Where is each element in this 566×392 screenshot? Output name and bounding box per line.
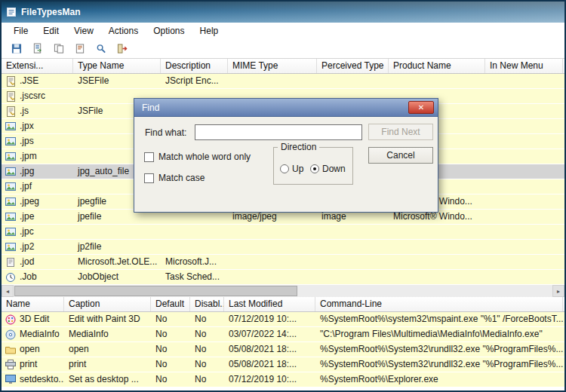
find-button[interactable] — [94, 41, 109, 57]
menu-view[interactable]: View — [66, 23, 101, 38]
disabled-cell: No — [190, 372, 224, 387]
menu-file[interactable]: File — [6, 23, 35, 38]
column-header-caption[interactable]: Caption — [64, 297, 151, 311]
extension-label: .jpx — [20, 119, 34, 133]
match-case-label: Match case — [158, 173, 205, 183]
file-type-row[interactable]: .JSEJSEFileJScript Enc... — [2, 74, 564, 89]
exit-button[interactable] — [115, 41, 130, 57]
action-row[interactable]: printprintNoNo05/08/2021 18:...%SystemRo… — [2, 357, 564, 372]
column-header-disabl[interactable]: Disabl... — [190, 297, 224, 311]
find-what-label: Find what: — [145, 127, 186, 138]
extension-label: .Job — [20, 270, 37, 284]
file-type-row[interactable]: .JobJobObjectTask Sched... — [2, 270, 564, 285]
action-row[interactable]: 3D EditEdit with Paint 3DNoNo07/12/2019 … — [2, 312, 564, 327]
caption-cell: print — [64, 357, 151, 372]
cancel-button[interactable]: Cancel — [368, 147, 433, 164]
image-icon — [5, 212, 16, 222]
column-header-command-line[interactable]: Command-Line — [315, 297, 563, 311]
window-title: FileTypesMan — [21, 7, 80, 17]
top-list-header: Extensi...Type NameDescriptionMIME TypeP… — [2, 59, 564, 74]
action-row[interactable]: setdeskto...Set as desktop ...NoNo07/12/… — [2, 372, 564, 387]
in-new-menu-cell — [485, 74, 563, 88]
caption-cell: open — [64, 342, 151, 357]
checkbox-icon — [144, 173, 154, 183]
save-icon — [11, 44, 22, 54]
column-header-mime-type[interactable]: MIME Type — [228, 59, 317, 73]
checkbox-icon — [144, 152, 154, 162]
action-row[interactable]: openopenNoNo05/08/2021 18:...%SystemRoot… — [2, 342, 564, 357]
column-header-name[interactable]: Name — [2, 297, 64, 311]
close-button[interactable]: ✕ — [408, 101, 434, 114]
find-dialog-title: Find — [142, 103, 159, 113]
scroll-right-icon: ▸ — [557, 288, 560, 295]
perceived-type-cell — [317, 255, 389, 269]
caption-cell: Edit with Paint 3D — [64, 312, 151, 326]
match-whole-word-checkbox[interactable]: Match whole word only — [144, 152, 251, 162]
radio-icon — [310, 164, 319, 173]
export-button[interactable] — [30, 41, 45, 57]
scroll-right-button[interactable]: ▸ — [552, 285, 564, 297]
type-name-cell: Microsoft.Jet.OLE... — [73, 255, 161, 269]
find-next-button[interactable]: Find Next — [368, 124, 433, 140]
monitor-icon — [5, 375, 16, 385]
column-header-product-name[interactable]: Product Name — [389, 59, 485, 73]
extension-cell: .jpf — [2, 179, 73, 194]
find-dialog-titlebar[interactable]: Find ✕ — [134, 99, 438, 117]
find-what-input[interactable] — [195, 124, 362, 140]
down-label: Down — [322, 164, 346, 174]
match-case-checkbox[interactable]: Match case — [144, 173, 205, 183]
save-button[interactable] — [9, 41, 24, 57]
mediainfo-icon — [5, 329, 16, 340]
menu-edit[interactable]: Edit — [35, 23, 66, 38]
command-line-cell: %SystemRoot%\System32\rundll32.exe "%Pro… — [315, 342, 563, 357]
column-header-in-new-menu[interactable]: In New Menu — [485, 59, 563, 73]
image-icon — [5, 152, 16, 162]
scroll-left-button[interactable]: ◂ — [2, 285, 14, 297]
column-header-type-name[interactable]: Type Name — [73, 59, 161, 73]
description-cell: Task Sched... — [161, 270, 228, 284]
mime-type-cell — [228, 225, 317, 239]
find-dialog-body: Find what: Find Next Cancel Match whole … — [134, 117, 438, 213]
menu-help[interactable]: Help — [192, 23, 226, 38]
copy-button[interactable] — [51, 41, 66, 57]
match-whole-word-label: Match whole word only — [158, 152, 251, 162]
file-type-row[interactable]: .jpc — [2, 225, 564, 240]
in-new-menu-cell — [485, 194, 563, 209]
menu-options[interactable]: Options — [146, 23, 192, 38]
extension-label: .jps — [20, 134, 34, 149]
direction-up-radio[interactable]: Up — [280, 164, 303, 174]
in-new-menu-cell — [485, 255, 563, 269]
scrollbar-thumb[interactable] — [14, 286, 297, 296]
action-name-label: print — [20, 357, 37, 372]
mime-type-cell — [228, 270, 317, 284]
column-header-default[interactable]: Default — [151, 297, 190, 311]
properties-button[interactable] — [72, 41, 88, 57]
app-window: FileTypesMan FileEditViewActionsOptionsH… — [0, 0, 566, 392]
direction-group-label: Direction — [278, 142, 319, 152]
action-row[interactable]: MediaInfoMediaInfoNoNo03/07/2022 14:..."… — [2, 327, 564, 342]
mime-type-cell — [228, 240, 317, 254]
extension-label: .jscsrc — [20, 89, 45, 103]
product-name-cell — [389, 74, 485, 88]
horizontal-scrollbar[interactable]: ◂ ▸ — [2, 285, 564, 297]
menu-actions[interactable]: Actions — [101, 23, 146, 38]
product-name-cell — [389, 255, 485, 269]
default-cell: No — [151, 357, 190, 372]
direction-down-radio[interactable]: Down — [310, 164, 346, 174]
exit-icon — [117, 44, 128, 54]
title-bar[interactable]: FileTypesMan — [2, 2, 564, 23]
column-header-extensi[interactable]: Extensi... — [2, 59, 73, 73]
file-type-row[interactable]: .jp2jp2file — [2, 240, 564, 255]
image-icon — [5, 136, 16, 147]
extension-cell: .jpx — [2, 119, 73, 133]
script-icon — [5, 106, 16, 117]
command-line-cell: "C:\Program Files\Multimedia\MediaInfo\M… — [315, 327, 563, 341]
radio-icon — [280, 164, 289, 173]
extension-label: .JSE — [20, 74, 38, 88]
column-header-description[interactable]: Description — [161, 59, 228, 73]
file-type-row[interactable]: .jodMicrosoft.Jet.OLE...Microsoft.J... — [2, 255, 564, 270]
printer-icon — [5, 360, 16, 370]
column-header-perceived-type[interactable]: Perceived Type — [317, 59, 389, 73]
app-icon — [6, 7, 17, 17]
column-header-last-modified[interactable]: Last Modified — [224, 297, 315, 311]
